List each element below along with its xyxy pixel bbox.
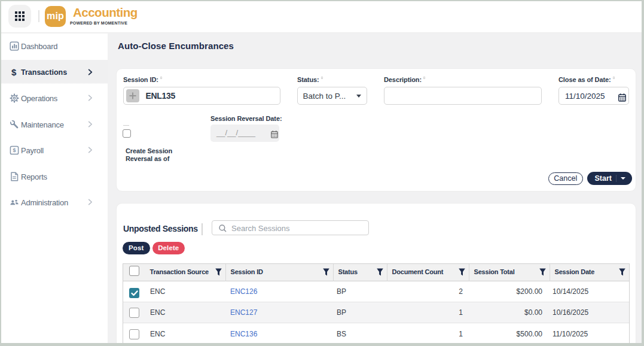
svg-text:$: $ [13, 147, 16, 153]
